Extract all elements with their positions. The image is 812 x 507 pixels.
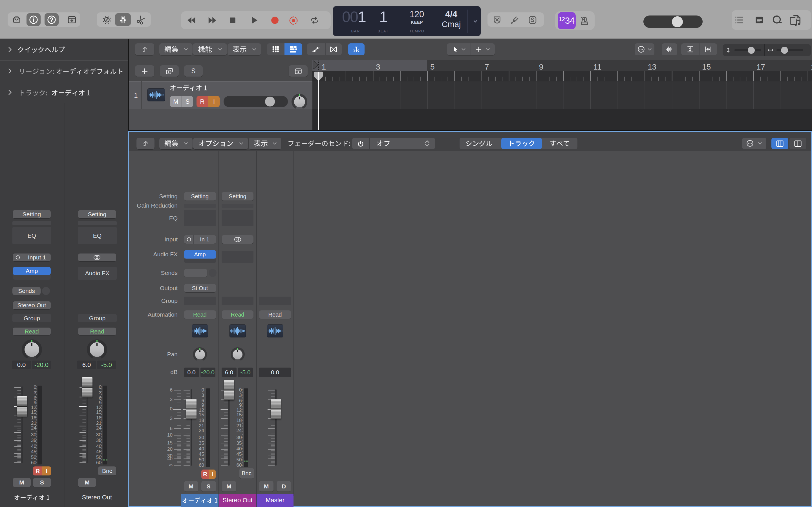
svg-text:9: 9 — [539, 62, 544, 71]
svg-text:19: 19 — [811, 62, 812, 71]
svg-text:7: 7 — [485, 62, 489, 71]
svg-text:15: 15 — [702, 62, 711, 71]
svg-text:11: 11 — [594, 62, 602, 71]
svg-text:3: 3 — [376, 62, 380, 71]
svg-text:13: 13 — [648, 62, 656, 71]
svg-text:17: 17 — [756, 62, 765, 71]
svg-text:1: 1 — [322, 62, 326, 71]
svg-text:5: 5 — [430, 62, 435, 71]
